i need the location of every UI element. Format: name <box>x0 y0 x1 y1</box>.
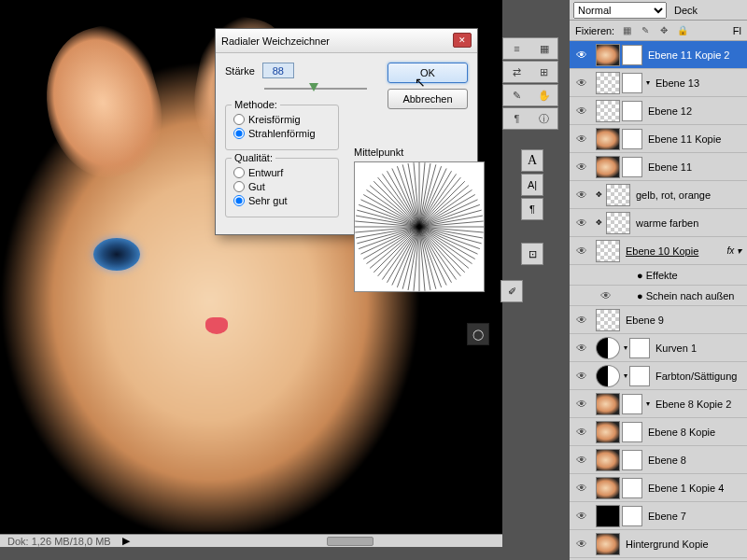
layer-mask[interactable] <box>622 45 642 65</box>
layer-name[interactable]: Ebene 8 Kopie <box>648 427 747 438</box>
layer-thumbnail[interactable] <box>596 156 620 178</box>
layer-thumbnail[interactable] <box>596 128 620 150</box>
method-spin[interactable]: Kreisförmig <box>233 114 331 125</box>
visibility-icon[interactable]: 👁 <box>575 245 588 258</box>
palette-row[interactable]: ¶ⓘ <box>502 107 558 130</box>
layer-name[interactable]: Ebene 11 Kopie 2 <box>648 49 747 61</box>
layer-row[interactable]: 👁▾Ebene 8 Kopie 2 <box>570 390 747 418</box>
layer-thumbnail[interactable] <box>596 505 620 527</box>
visibility-icon[interactable]: 👁 <box>575 538 588 551</box>
layer-row[interactable]: 👁Ebene 8 Kopie <box>570 418 747 446</box>
mask-panel[interactable]: ◯ <box>467 323 489 345</box>
visibility-icon[interactable]: 👁 <box>575 426 588 439</box>
visibility-icon[interactable]: 👁 <box>599 289 613 302</box>
chevron-down-icon[interactable]: ▾ <box>646 399 650 408</box>
quality-best[interactable]: Sehr gut <box>233 195 331 206</box>
layer-row[interactable]: 👁Ebene 11 <box>570 153 747 181</box>
layer-row[interactable]: 👁Ebene 12 <box>570 97 747 125</box>
chevron-down-icon[interactable]: ▾ <box>646 78 650 87</box>
link-icon[interactable]: ✥ <box>596 218 602 227</box>
layer-row[interactable]: 👁Ebene 11 Kopie <box>570 125 747 153</box>
dialog-titlebar[interactable]: Radialer Weichzeichner ✕ <box>216 29 477 53</box>
layer-mask[interactable] <box>622 478 642 498</box>
layer-thumbnail[interactable] <box>596 477 620 499</box>
layer-row[interactable]: 👁▾Farbton/Sättigung <box>570 362 747 390</box>
layer-thumbnail[interactable] <box>596 309 620 331</box>
close-icon[interactable]: ✕ <box>453 33 472 48</box>
lock-trans-icon[interactable]: ▦ <box>620 24 633 37</box>
layers-panel[interactable]: 👁Ebene 11 Kopie 2👁▾Ebene 13👁Ebene 12👁Ebe… <box>570 41 747 560</box>
visibility-icon[interactable]: 👁 <box>575 105 588 118</box>
visibility-icon[interactable]: 👁 <box>575 49 588 62</box>
visibility-icon[interactable]: 👁 <box>575 510 588 523</box>
blur-center-preview[interactable] <box>354 161 485 292</box>
layer-name[interactable]: Ebene 8 <box>648 455 747 466</box>
type-tool[interactable]: A <box>521 149 543 172</box>
layer-name[interactable]: Ebene 1 Kopie 4 <box>648 483 747 494</box>
layer-mask[interactable] <box>622 394 642 414</box>
layer-mask[interactable] <box>622 101 642 121</box>
layer-name[interactable]: warme farben <box>636 217 747 229</box>
layer-mask[interactable] <box>622 450 642 470</box>
layer-thumbnail[interactable] <box>596 240 620 262</box>
layer-row[interactable]: 👁Hintergrund Kopie <box>570 530 747 558</box>
layer-thumbnail[interactable] <box>596 44 620 66</box>
chevron-down-icon[interactable]: ▾ <box>624 343 627 352</box>
layer-name[interactable]: Ebene 8 Kopie 2 <box>655 399 747 410</box>
layer-thumbnail[interactable] <box>596 533 620 555</box>
layer-mask[interactable] <box>622 506 642 526</box>
chevron-down-icon[interactable]: ▾ <box>624 371 627 380</box>
link-icon[interactable]: ✥ <box>596 190 602 199</box>
layer-row[interactable]: 👁✥warme farben <box>570 209 747 237</box>
method-zoom[interactable]: Strahlenförmig <box>233 128 331 139</box>
layer-thumbnail[interactable] <box>606 184 630 206</box>
blend-mode-select[interactable]: Normal <box>573 2 667 19</box>
brush-panel[interactable]: ✐ <box>500 280 523 302</box>
layer-mask[interactable] <box>622 129 642 149</box>
lock-paint-icon[interactable]: ✎ <box>639 24 652 37</box>
layer-row[interactable]: 👁▾Ebene 13 <box>570 69 747 97</box>
layer-name[interactable]: Ebene 11 Kopie <box>648 133 747 145</box>
lock-move-icon[interactable]: ✥ <box>657 24 670 37</box>
layer-name[interactable]: Kurven 1 <box>655 343 747 354</box>
transform-tool[interactable]: ⊡ <box>521 243 543 265</box>
layer-name[interactable]: Ebene 10 Kopie <box>626 245 726 257</box>
hscroll-thumb[interactable] <box>327 537 374 546</box>
layer-row[interactable]: ● Effekte <box>570 265 747 286</box>
layer-thumbnail[interactable] <box>596 421 620 443</box>
layer-thumbnail[interactable] <box>596 72 620 94</box>
char-panel[interactable]: A| <box>521 174 543 196</box>
layer-thumbnail[interactable] <box>596 449 620 471</box>
layer-name[interactable]: Ebene 12 <box>648 105 747 117</box>
layer-thumbnail[interactable] <box>596 100 620 122</box>
layer-mask[interactable] <box>622 422 642 442</box>
fx-badge[interactable]: fx ▾ <box>726 245 741 256</box>
layer-row[interactable]: 👁● Schein nach außen <box>570 286 747 306</box>
visibility-icon[interactable]: 👁 <box>575 77 588 90</box>
layer-row[interactable]: 👁Ebene 10 Kopiefx ▾ <box>570 237 747 265</box>
visibility-icon[interactable]: 👁 <box>575 314 588 327</box>
layer-name[interactable]: Farbton/Sättigung <box>655 371 747 382</box>
layer-thumbnail[interactable] <box>596 393 620 415</box>
para-panel[interactable]: ¶ <box>521 198 543 220</box>
visibility-icon[interactable]: 👁 <box>575 370 588 383</box>
cancel-button[interactable]: Abbrechen <box>388 89 468 109</box>
quality-good[interactable]: Gut <box>233 181 331 192</box>
layer-mask[interactable] <box>622 157 642 177</box>
lock-all-icon[interactable]: 🔒 <box>676 24 689 37</box>
status-arrow[interactable]: ▶ <box>122 535 130 547</box>
palette-row[interactable]: ✎✋ <box>502 84 558 106</box>
layer-row[interactable]: 👁Ebene 11 Kopie 2 <box>570 41 747 69</box>
layer-row[interactable]: 👁✥gelb, rot, orange <box>570 181 747 209</box>
visibility-icon[interactable]: 👁 <box>575 161 588 174</box>
layer-name[interactable]: Hintergrund Kopie <box>626 539 747 550</box>
visibility-icon[interactable]: 👁 <box>575 482 588 495</box>
quality-draft[interactable]: Entwurf <box>233 167 331 178</box>
layer-row[interactable]: 👁Ebene 9 <box>570 306 747 334</box>
layer-thumbnail[interactable] <box>606 212 630 234</box>
visibility-icon[interactable]: 👁 <box>575 189 588 202</box>
visibility-icon[interactable]: 👁 <box>575 454 588 467</box>
strength-input[interactable] <box>262 63 294 78</box>
layer-name[interactable]: Ebene 11 <box>648 161 747 173</box>
visibility-icon[interactable]: 👁 <box>575 217 588 230</box>
